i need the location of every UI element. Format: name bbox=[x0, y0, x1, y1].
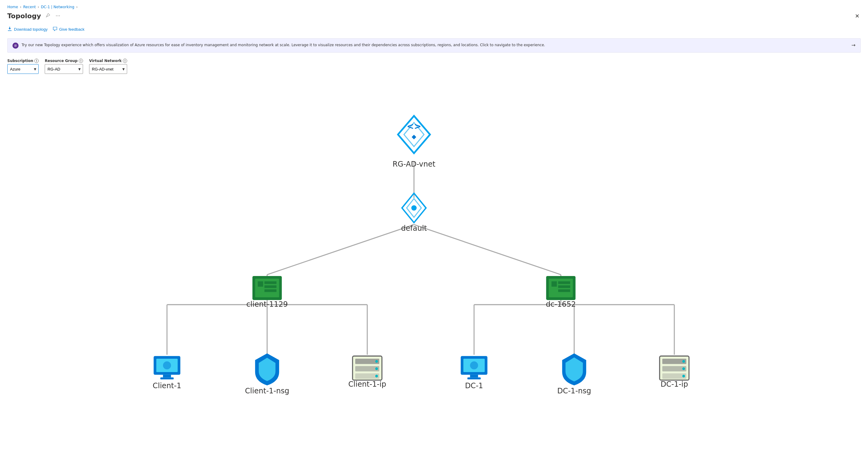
toolbar: Download topology Give feedback bbox=[7, 25, 861, 33]
breadcrumb-home[interactable]: Home bbox=[7, 5, 18, 9]
subscription-info-icon[interactable]: i bbox=[34, 59, 39, 63]
client1-nsg-label: Client-1-nsg bbox=[245, 387, 289, 395]
header-row: Topology ··· ✕ bbox=[7, 11, 861, 20]
client1-vm-node[interactable]: Client-1 bbox=[153, 356, 181, 390]
client1-nsg-node[interactable]: Client-1-nsg bbox=[245, 353, 289, 395]
svg-rect-34 bbox=[558, 285, 570, 288]
dc1-vm-node[interactable]: DC-1 bbox=[461, 356, 488, 390]
svg-rect-33 bbox=[558, 281, 570, 284]
svg-point-47 bbox=[375, 368, 378, 370]
subscription-label: Subscription i bbox=[7, 59, 39, 63]
give-feedback-button[interactable]: Give feedback bbox=[53, 25, 85, 33]
svg-point-53 bbox=[470, 361, 478, 369]
virtual-network-filter: Virtual Network i RG-AD-vnet ▼ bbox=[89, 59, 127, 74]
breadcrumb: Home › Recent › DC-1 | Networking › bbox=[7, 5, 861, 9]
svg-point-46 bbox=[375, 360, 378, 362]
svg-rect-26 bbox=[258, 281, 264, 287]
subnet-label: default bbox=[401, 224, 427, 232]
client1-label: Client-1 bbox=[153, 381, 181, 390]
svg-point-60 bbox=[682, 368, 685, 370]
vnet-label: RG-AD-vnet bbox=[393, 160, 436, 168]
download-topology-button[interactable]: Download topology bbox=[7, 25, 48, 33]
vnet-node[interactable]: <> ◆ RG-AD-vnet bbox=[393, 116, 436, 168]
svg-line-4 bbox=[414, 225, 561, 275]
svg-text:<>: <> bbox=[407, 121, 421, 131]
svg-rect-35 bbox=[558, 289, 570, 292]
client-nic-node[interactable]: client-1129 bbox=[246, 276, 288, 309]
virtual-network-info-icon[interactable]: i bbox=[123, 59, 127, 63]
banner-arrow-icon[interactable]: → bbox=[851, 42, 856, 48]
title-area: Topology ··· bbox=[7, 12, 61, 20]
svg-line-3 bbox=[267, 225, 414, 275]
client1-pip-node[interactable]: Client-1-ip bbox=[348, 356, 386, 388]
close-button[interactable]: ✕ bbox=[854, 11, 861, 20]
dc1-pip-label: DC-1-ip bbox=[660, 380, 688, 388]
resource-group-info-icon[interactable]: i bbox=[79, 59, 83, 63]
resource-group-select-wrapper: RG-AD ▼ bbox=[45, 64, 83, 74]
subscription-select-wrapper: Azure ▼ bbox=[7, 64, 39, 74]
subscription-select[interactable]: Azure bbox=[7, 64, 39, 74]
svg-rect-39 bbox=[160, 378, 174, 380]
virtual-network-select[interactable]: RG-AD-vnet bbox=[89, 64, 127, 74]
svg-rect-29 bbox=[265, 289, 277, 292]
dc-nic-node[interactable]: dc-1652 bbox=[546, 276, 576, 309]
breadcrumb-networking[interactable]: DC-1 | Networking bbox=[41, 5, 74, 9]
dc1-label: DC-1 bbox=[465, 381, 483, 390]
resource-group-select[interactable]: RG-AD bbox=[45, 64, 83, 74]
topology-svg: <> ◆ RG-AD-vnet default client-1129 bbox=[7, 81, 861, 468]
svg-rect-51 bbox=[470, 375, 478, 378]
dc1-nsg-label: DC-1-nsg bbox=[557, 387, 591, 395]
client-nic-label: client-1129 bbox=[246, 300, 288, 309]
virtual-network-select-wrapper: RG-AD-vnet ▼ bbox=[89, 64, 127, 74]
svg-rect-27 bbox=[265, 281, 277, 284]
pin-icon[interactable] bbox=[44, 12, 52, 20]
breadcrumb-recent[interactable]: Recent bbox=[23, 5, 36, 9]
svg-point-61 bbox=[682, 375, 685, 378]
download-icon bbox=[7, 27, 12, 32]
client1-pip-label: Client-1-ip bbox=[348, 380, 386, 388]
svg-point-40 bbox=[163, 361, 171, 369]
dc1-pip-node[interactable]: DC-1-ip bbox=[660, 356, 689, 388]
more-options-icon[interactable]: ··· bbox=[55, 12, 61, 20]
info-banner[interactable]: ✓ Try our new Topology experience which … bbox=[7, 38, 861, 53]
subnet-node[interactable]: default bbox=[401, 193, 427, 232]
feedback-icon bbox=[53, 27, 58, 32]
svg-rect-28 bbox=[265, 285, 277, 288]
main-page: Home › Recent › DC-1 | Networking › Topo… bbox=[0, 0, 868, 473]
resource-group-filter: Resource Group i RG-AD ▼ bbox=[45, 59, 83, 74]
resource-group-label: Resource Group i bbox=[45, 59, 83, 63]
subscription-filter: Subscription i Azure ▼ bbox=[7, 59, 39, 74]
svg-text:✓: ✓ bbox=[14, 44, 17, 47]
svg-text:◆: ◆ bbox=[412, 133, 417, 140]
topology-canvas: <> ◆ RG-AD-vnet default client-1129 bbox=[7, 81, 861, 468]
svg-point-48 bbox=[375, 375, 378, 378]
virtual-network-label: Virtual Network i bbox=[89, 59, 127, 63]
svg-rect-52 bbox=[467, 378, 481, 380]
svg-point-59 bbox=[682, 360, 685, 362]
svg-rect-32 bbox=[551, 281, 557, 287]
banner-text: Try our new Topology experience which of… bbox=[22, 42, 848, 48]
page-title: Topology bbox=[7, 12, 41, 20]
dc-nic-label: dc-1652 bbox=[546, 300, 576, 309]
dc1-nsg-node[interactable]: DC-1-nsg bbox=[557, 353, 591, 395]
svg-point-23 bbox=[411, 205, 417, 211]
banner-icon: ✓ bbox=[12, 42, 19, 49]
svg-rect-38 bbox=[163, 375, 171, 378]
filters-row: Subscription i Azure ▼ Resource Group i … bbox=[7, 59, 861, 74]
